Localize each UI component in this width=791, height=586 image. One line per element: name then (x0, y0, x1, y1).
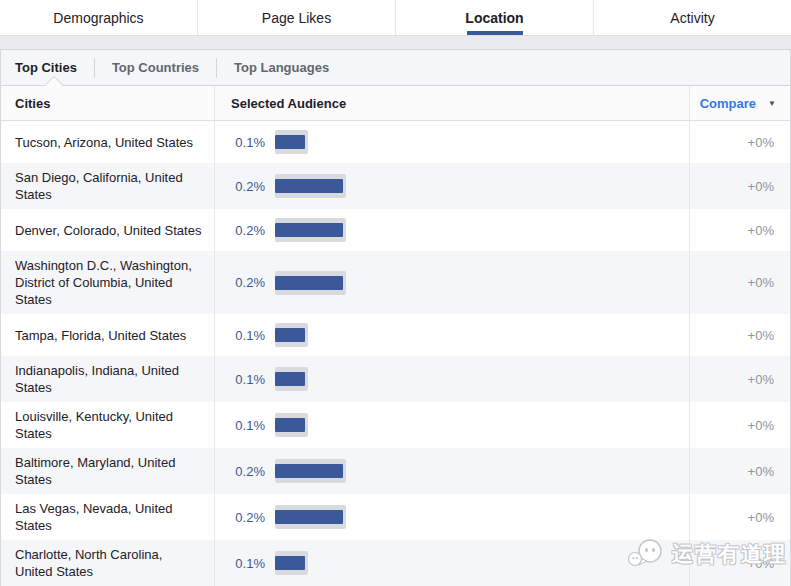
compare-link[interactable]: Compare (700, 96, 756, 111)
selected-audience-percent: 0.1% (231, 135, 265, 150)
table-row[interactable]: Las Vegas, Nevada, United States 0.2% +0… (1, 494, 790, 540)
location-subtab-label: Top Languages (234, 60, 329, 75)
location-subtab-label: Top Cities (15, 60, 77, 75)
audience-bar (275, 556, 305, 570)
audience-bar-track (275, 367, 308, 391)
selected-audience-cell: 0.2% (214, 448, 689, 494)
selected-audience-percent: 0.1% (231, 372, 265, 387)
table-row[interactable]: Louisville, Kentucky, United States 0.1%… (1, 402, 790, 448)
audience-bar-track (275, 174, 346, 198)
city-name: Charlotte, North Carolina, United States (1, 540, 214, 586)
compare-value: +0% (689, 251, 790, 314)
selected-audience-percent: 0.2% (231, 464, 265, 479)
top-tab-label: Location (465, 10, 523, 26)
table-row[interactable]: Baltimore, Maryland, United States 0.2% … (1, 448, 790, 494)
compare-value: +0% (689, 121, 790, 163)
compare-value: +0% (689, 402, 790, 448)
table-row[interactable]: Tucson, Arizona, United States 0.1% +0% (1, 121, 790, 163)
compare-value: +0% (689, 494, 790, 540)
city-name: Washington D.C., Washington, District of… (1, 251, 214, 314)
location-subtab-label: Top Countries (112, 60, 199, 75)
compare-value: +0% (689, 163, 790, 209)
table-body: Tucson, Arizona, United States 0.1% +0% … (1, 121, 790, 586)
table-row[interactable]: Denver, Colorado, United States 0.2% +0% (1, 209, 790, 251)
selected-audience-percent: 0.2% (231, 510, 265, 525)
city-name: San Diego, California, United States (1, 163, 214, 209)
city-name: Baltimore, Maryland, United States (1, 448, 214, 494)
city-name: Louisville, Kentucky, United States (1, 402, 214, 448)
compare-dropdown-caret-icon[interactable]: ▼ (768, 99, 776, 108)
selected-audience-percent: 0.2% (231, 275, 265, 290)
location-subtab-bar: Top Cities Top Countries Top Languages (1, 49, 790, 86)
top-tab-activity[interactable]: Activity (593, 0, 791, 35)
audience-bar-track (275, 323, 308, 347)
selected-audience-percent: 0.2% (231, 179, 265, 194)
table-row[interactable]: Indianapolis, Indiana, United States 0.1… (1, 356, 790, 402)
audience-bar-track (275, 505, 346, 529)
selected-audience-cell: 0.1% (214, 314, 689, 356)
audience-bar-track (275, 413, 308, 437)
compare-value: +0% (689, 209, 790, 251)
subtab-top-countries[interactable]: Top Countries (95, 50, 216, 85)
active-tab-underline (467, 31, 523, 35)
selected-audience-cell: 0.2% (214, 163, 689, 209)
top-tab-label: Activity (670, 10, 714, 26)
top-tab-bar: Demographics Page Likes Location Activit… (0, 0, 791, 36)
table-row[interactable]: Washington D.C., Washington, District of… (1, 251, 790, 314)
column-header-selected-audience: Selected Audience (214, 86, 689, 120)
top-tab-label: Demographics (53, 10, 143, 26)
city-name: Indianapolis, Indiana, United States (1, 356, 214, 402)
audience-bar (275, 328, 305, 342)
audience-bar (275, 179, 343, 193)
selected-audience-cell: 0.1% (214, 540, 689, 586)
selected-audience-cell: 0.2% (214, 494, 689, 540)
table-row[interactable]: Tampa, Florida, United States 0.1% +0% (1, 314, 790, 356)
selected-audience-cell: 0.1% (214, 121, 689, 163)
watermark-text: 运营有道理 (672, 540, 787, 568)
selected-audience-cell: 0.1% (214, 402, 689, 448)
location-card: Top Cities Top Countries Top Languages C… (0, 49, 791, 586)
section-gap (0, 36, 791, 49)
selected-audience-percent: 0.1% (231, 328, 265, 343)
column-header-compare: Compare ▼ (689, 86, 790, 120)
compare-value: +0% (689, 448, 790, 494)
top-cities-table: Cities Selected Audience Compare ▼ Tucso… (1, 86, 790, 586)
selected-audience-percent: 0.1% (231, 556, 265, 571)
top-tab-label: Page Likes (262, 10, 331, 26)
column-header-cities: Cities (1, 86, 214, 120)
subtab-top-cities[interactable]: Top Cities (15, 50, 94, 85)
audience-insights-location-panel: Demographics Page Likes Location Activit… (0, 0, 791, 586)
audience-bar (275, 510, 343, 524)
audience-bar-track (275, 271, 346, 295)
selected-audience-percent: 0.1% (231, 418, 265, 433)
selected-audience-cell: 0.1% (214, 356, 689, 402)
audience-bar-track (275, 459, 346, 483)
city-name: Las Vegas, Nevada, United States (1, 494, 214, 540)
selected-audience-cell: 0.2% (214, 251, 689, 314)
city-name: Tampa, Florida, United States (1, 314, 214, 356)
selected-audience-cell: 0.2% (214, 209, 689, 251)
table-header-row: Cities Selected Audience Compare ▼ (1, 86, 790, 121)
audience-bar (275, 276, 343, 290)
audience-bar (275, 135, 305, 149)
watermark: 运营有道理 (626, 538, 787, 570)
audience-bar-track (275, 130, 308, 154)
top-tab-demographics[interactable]: Demographics (0, 0, 197, 35)
subtab-top-languages[interactable]: Top Languages (217, 50, 346, 85)
top-tab-page-likes[interactable]: Page Likes (197, 0, 395, 35)
city-name: Denver, Colorado, United States (1, 209, 214, 251)
audience-bar (275, 464, 343, 478)
top-tab-location[interactable]: Location (395, 0, 593, 35)
compare-value: +0% (689, 356, 790, 402)
compare-value: +0% (689, 314, 790, 356)
selected-audience-percent: 0.2% (231, 223, 265, 238)
audience-bar-track (275, 551, 308, 575)
audience-bar-track (275, 218, 346, 242)
table-row[interactable]: San Diego, California, United States 0.2… (1, 163, 790, 209)
chat-bubbles-icon (626, 538, 666, 570)
audience-bar (275, 418, 305, 432)
audience-bar (275, 223, 343, 237)
audience-bar (275, 372, 305, 386)
city-name: Tucson, Arizona, United States (1, 121, 214, 163)
